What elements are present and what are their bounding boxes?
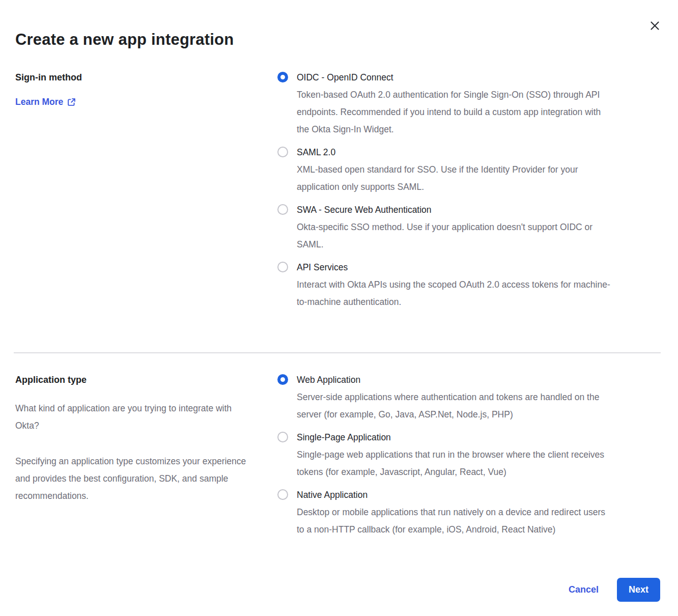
option-label-native-application[interactable]: Native Application: [297, 489, 612, 501]
application-type-options: Web Application Server-side applications…: [277, 374, 661, 546]
option-label-swa[interactable]: SWA - Secure Web Authentication: [297, 204, 612, 216]
option-description-api-services: Interact with Okta APIs using the scoped…: [297, 276, 612, 311]
close-icon[interactable]: [646, 17, 663, 34]
radio-option-saml[interactable]: SAML 2.0 XML-based open standard for SSO…: [277, 146, 661, 195]
option-label-saml[interactable]: SAML 2.0: [297, 146, 612, 158]
radio-option-single-page-application[interactable]: Single-Page Application Single-page web …: [277, 431, 661, 481]
application-type-help-text-1: What kind of application are you trying …: [15, 400, 249, 434]
radio-option-api-services[interactable]: API Services Interact with Okta APIs usi…: [277, 261, 661, 311]
next-button[interactable]: Next: [617, 578, 660, 602]
radio-button-saml[interactable]: [277, 147, 288, 157]
radio-option-swa[interactable]: SWA - Secure Web Authentication Okta-spe…: [277, 204, 661, 253]
radio-button-native-application[interactable]: [277, 489, 288, 500]
option-label-single-page-application[interactable]: Single-Page Application: [297, 431, 612, 443]
create-app-integration-dialog: Create a new app integration Sign-in met…: [0, 0, 678, 616]
radio-option-web-application[interactable]: Web Application Server-side applications…: [277, 374, 661, 423]
application-type-section: Application type What kind of applicatio…: [15, 374, 661, 546]
radio-button-swa[interactable]: [277, 204, 288, 215]
option-description-oidc: Token-based OAuth 2.0 authentication for…: [297, 86, 612, 138]
option-description-swa: Okta-specific SSO method. Use if your ap…: [297, 218, 612, 253]
option-description-saml: XML-based open standard for SSO. Use if …: [297, 161, 612, 195]
option-label-oidc[interactable]: OIDC - OpenID Connect: [297, 71, 612, 83]
external-link-icon: [67, 98, 76, 106]
dialog-footer: Cancel Next: [15, 578, 660, 602]
radio-button-web-application[interactable]: [277, 374, 288, 385]
option-description-web-application: Server-side applications where authentic…: [297, 388, 612, 423]
learn-more-label: Learn More: [15, 97, 63, 107]
option-description-single-page-application: Single-page web applications that run in…: [297, 446, 612, 481]
page-title: Create a new app integration: [0, 0, 678, 49]
signin-method-section: Sign-in method Learn More OIDC - OpenID …: [15, 71, 661, 319]
option-label-api-services[interactable]: API Services: [297, 261, 612, 273]
option-label-web-application[interactable]: Web Application: [297, 374, 612, 386]
application-type-label: Application type: [15, 374, 257, 386]
application-type-left-column: Application type What kind of applicatio…: [15, 374, 277, 505]
radio-option-oidc[interactable]: OIDC - OpenID Connect Token-based OAuth …: [277, 71, 661, 138]
learn-more-link[interactable]: Learn More: [15, 97, 76, 107]
radio-button-api-services[interactable]: [277, 262, 288, 272]
signin-method-options: OIDC - OpenID Connect Token-based OAuth …: [277, 71, 661, 319]
radio-button-single-page-application[interactable]: [277, 432, 288, 442]
signin-method-left-column: Sign-in method Learn More: [15, 71, 277, 107]
radio-option-native-application[interactable]: Native Application Desktop or mobile app…: [277, 489, 661, 538]
cancel-button[interactable]: Cancel: [569, 584, 599, 595]
radio-button-oidc[interactable]: [277, 72, 288, 82]
option-description-native-application: Desktop or mobile applications that run …: [297, 503, 612, 538]
section-divider: [14, 352, 661, 353]
signin-method-label: Sign-in method: [15, 71, 257, 83]
application-type-help-text-2: Specifying an application type customize…: [15, 453, 249, 505]
